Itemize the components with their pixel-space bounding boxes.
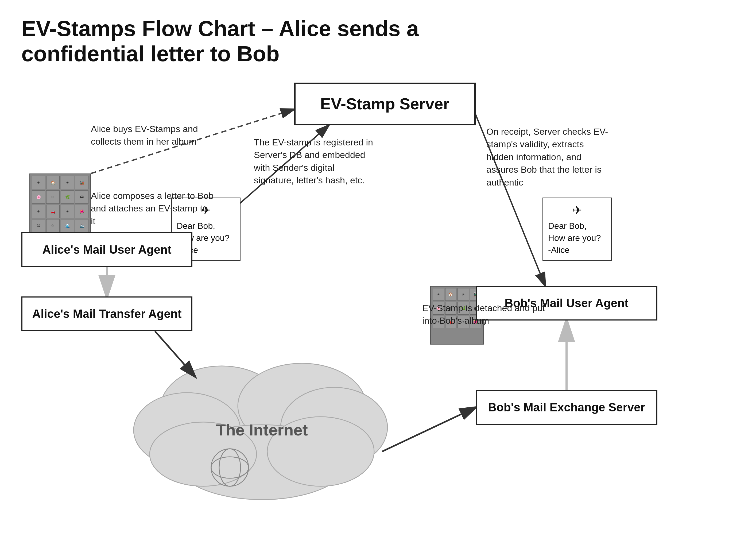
stamp-cell: ✈ xyxy=(457,288,469,301)
svg-point-10 xyxy=(219,449,241,486)
bob-mes-label: Bob's Mail Exchange Server xyxy=(488,401,645,414)
stamp-cell: 🌺 xyxy=(75,205,89,218)
server-label: EV-Stamp Server xyxy=(320,95,449,113)
alice-stamp-album: ✈ 🏠 ✈ 🚂 🌸 ✈ 🌿 🏔 ✈ 🚗 ✈ 🌺 🏛 ✈ 🌊 🚢 xyxy=(29,173,91,235)
stamp-cell: 🏠 xyxy=(46,176,59,189)
page-title: EV-Stamps Flow Chart – Alice sends a con… xyxy=(21,16,529,66)
svg-point-8 xyxy=(211,449,249,486)
bob-letter-line1: Dear Bob, xyxy=(548,220,606,232)
internet-label: The Internet xyxy=(216,421,308,439)
stamp-cell: 🚗 xyxy=(46,205,59,218)
stamp-cell: ✈ xyxy=(46,190,59,204)
main-container: EV-Stamps Flow Chart – Alice sends a con… xyxy=(0,0,756,552)
svg-point-7 xyxy=(267,417,374,486)
annotation-server-registers: The EV-stamp is registered in Server's D… xyxy=(254,136,377,187)
svg-point-6 xyxy=(150,422,257,486)
server-box: EV-Stamp Server xyxy=(294,83,476,125)
svg-point-1 xyxy=(160,366,283,451)
stamp-cell: 🌿 xyxy=(61,190,74,204)
svg-line-15 xyxy=(155,331,195,377)
bob-letter: ✈ Dear Bob, How are you? -Alice xyxy=(543,197,612,261)
airplane-icon-bob: ✈ xyxy=(548,202,606,219)
stamp-cell: ✈ xyxy=(32,205,45,218)
stamp-cell: ✈ xyxy=(433,288,444,301)
stamp-cell: 🚂 xyxy=(75,176,89,189)
stamp-cell: 🌊 xyxy=(61,219,74,233)
stamp-cell: ✈ xyxy=(46,219,59,233)
bob-mes-box: Bob's Mail Exchange Server xyxy=(476,390,657,425)
stamp-cell: ✈ xyxy=(61,205,74,218)
stamp-cell: ✈ xyxy=(61,176,74,189)
stamp-cell: ✈ xyxy=(32,176,45,189)
stamp-cell: 🏠 xyxy=(445,288,457,301)
internet-cloud: The Internet xyxy=(134,363,388,500)
stamp-cell: 🌸 xyxy=(32,190,45,204)
alice-mua-label: Alice's Mail User Agent xyxy=(42,243,171,256)
svg-point-0 xyxy=(168,377,355,484)
diagram-area: The Internet xyxy=(21,83,735,537)
svg-line-16 xyxy=(382,407,476,451)
annotation-stamp-detached: EV-Stamp is detached and put into Bob's … xyxy=(422,302,545,327)
svg-point-9 xyxy=(211,457,249,478)
stamp-cell: 🏛 xyxy=(32,219,45,233)
svg-point-5 xyxy=(176,425,347,500)
alice-mta-box: Alice's Mail Transfer Agent xyxy=(21,296,192,331)
bob-letter-line2: How are you? xyxy=(548,232,606,244)
stamp-cell: 🚢 xyxy=(75,219,89,233)
bob-letter-line3: -Alice xyxy=(548,244,606,256)
stamp-cell: 🏔 xyxy=(75,190,89,204)
annotation-alice-composes: Alice composes a letter to Bob and attac… xyxy=(91,189,214,228)
annotation-server-checks: On receipt, Server checks EV-stamp's val… xyxy=(486,125,609,189)
alice-mua-box: Alice's Mail User Agent xyxy=(21,232,192,267)
alice-mta-label: Alice's Mail Transfer Agent xyxy=(32,307,181,320)
svg-point-2 xyxy=(238,363,366,449)
annotation-alice-buys: Alice buys EV-Stamps and collects them i… xyxy=(91,123,214,148)
svg-point-4 xyxy=(281,387,388,467)
svg-point-3 xyxy=(134,393,241,467)
